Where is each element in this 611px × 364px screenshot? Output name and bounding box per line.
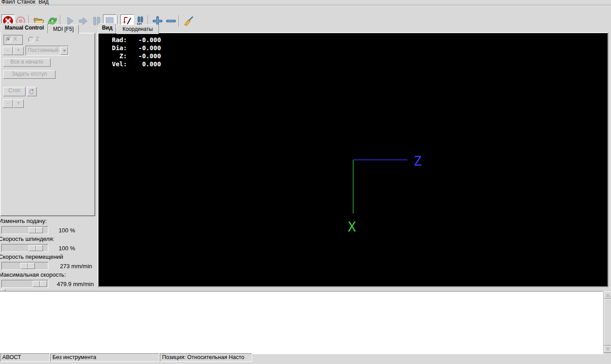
status-tool: Без инструмента [50, 353, 159, 362]
home-all-button[interactable]: Все в начало [3, 58, 51, 67]
max-velocity-slider[interactable] [1, 280, 48, 288]
zoom-out-button[interactable] [164, 14, 178, 28]
feed-override-slider[interactable] [1, 226, 48, 234]
tab-mdi[interactable]: MDI [F5] [48, 25, 79, 34]
scroll-up-button[interactable] [604, 291, 611, 299]
slider-thumb[interactable] [29, 227, 43, 233]
jog-speed-label: Скорость перемещений [0, 253, 63, 260]
status-position-mode: Позиция: Относительная Насто [160, 353, 252, 362]
preview-canvas[interactable]: Rad: -0.000Dia: -0.000 Z: -0.000Vel: 0.0… [98, 32, 608, 287]
minus-icon [166, 16, 176, 26]
menu-view[interactable]: Вид [38, 0, 49, 5]
spindle-turn-button[interactable] [27, 87, 37, 96]
scroll-down-button[interactable] [604, 346, 611, 353]
status-machine-state: АВОСТ [0, 353, 50, 362]
axes-indicator: Z X [98, 33, 606, 284]
x-axis-label: X [348, 219, 356, 235]
vertical-scrollbar[interactable] [603, 291, 611, 353]
broom-icon [183, 15, 194, 27]
spindle-override-slider[interactable] [1, 244, 48, 252]
jog-speed-slider[interactable] [1, 262, 48, 270]
spindle-override-value: 100 % [59, 245, 75, 252]
clear-plot-button[interactable] [182, 14, 195, 28]
feed-override-label: Изменить подачу: [0, 218, 47, 224]
axis-z-radio[interactable] [28, 37, 34, 43]
feed-override-value: 100 % [59, 227, 75, 234]
toolbar-separator [179, 15, 179, 26]
jog-increment-value: Постоянный [28, 47, 58, 53]
gcode-text-area[interactable] [0, 291, 603, 354]
manual-control-panel: X Z - + Постоянный Все в начало Задать о… [0, 33, 95, 216]
jog-speed-value: 273 mm/min [60, 263, 92, 270]
scrollbar-thumb[interactable] [604, 299, 611, 346]
axis-x-label: X [13, 36, 17, 42]
combobox-dropdown-button[interactable] [60, 47, 68, 55]
slider-thumb[interactable] [29, 245, 43, 251]
spindle-plus-button[interactable]: + [13, 99, 24, 108]
chevron-down-icon [63, 50, 66, 52]
spindle-override-label: Скорость шпинделя: [0, 236, 54, 242]
arrow-up-icon [606, 293, 610, 297]
slider-thumb[interactable] [21, 263, 35, 269]
menu-file[interactable]: Файл [1, 0, 15, 5]
jog-plus-button[interactable]: + [13, 47, 24, 55]
step-arrow-icon [78, 16, 89, 26]
z-axis-label: Z [414, 153, 422, 169]
jog-increment-combobox[interactable]: Постоянный [26, 46, 69, 56]
toolbar: M1 [0, 6, 611, 24]
tab-preview[interactable]: Вид [98, 23, 116, 34]
spindle-rotate-icon [29, 89, 35, 95]
jog-minus-button[interactable]: - [3, 47, 13, 55]
arrow-down-icon [606, 347, 610, 351]
max-velocity-label: Максимальная скорость: [0, 271, 66, 278]
tab-dro[interactable]: Координаты [116, 25, 159, 34]
menu-bar: Файл Станок Вид [0, 0, 611, 5]
axis-z-label: Z [36, 36, 39, 42]
spindle-minus-button[interactable]: - [3, 99, 13, 108]
tab-manual-control[interactable]: Manual Control [1, 23, 48, 34]
slider-thumb[interactable] [33, 281, 47, 287]
touch-off-button[interactable]: Задать отступ [3, 70, 56, 79]
max-velocity-value: 479.9 mm/min [57, 281, 94, 287]
spindle-stop-button[interactable]: Стоп [3, 87, 26, 96]
axis-x-radio[interactable] [6, 37, 12, 43]
menu-machine[interactable]: Станок [17, 0, 35, 5]
